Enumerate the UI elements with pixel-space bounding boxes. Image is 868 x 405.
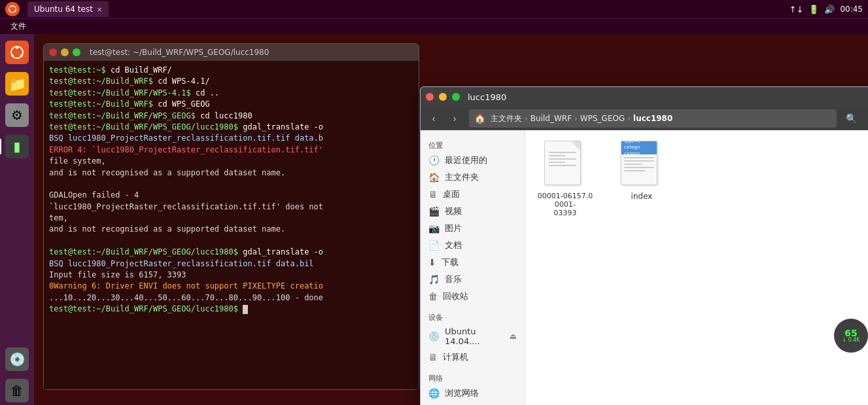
fm-sidebar-desktop-label: 桌面 — [443, 188, 460, 200]
fm-sidebar-browse-network[interactable]: 🌐 浏览网络 — [421, 385, 525, 402]
fm-file-label-index: index — [631, 192, 653, 201]
fm-forward-button[interactable]: › — [445, 109, 464, 128]
fm-sidebar-pictures[interactable]: 📷 图片 — [421, 220, 525, 237]
fm-index-header: type=c catego catego — [621, 141, 657, 154]
fm-maximize-button[interactable] — [452, 93, 460, 101]
fm-section-location: 位置 🕐 最近使用的 🏠 主文件夹 🖥 桌面 🎬 — [421, 135, 525, 308]
fm-back-button[interactable]: ‹ — [425, 109, 443, 128]
fm-sidebar-recent-label: 最近使用的 — [445, 154, 487, 166]
terminal-close-button[interactable] — [49, 48, 57, 56]
fm-sidebar-documents[interactable]: 📄 文档 — [421, 237, 525, 254]
terminal-line: 0Warning 6: Driver ENVI does not support… — [49, 281, 413, 292]
network-monitor-widget: 65 ↓ 0.4K — [834, 319, 868, 353]
index-body-line — [624, 164, 642, 165]
svg-point-5 — [16, 46, 18, 49]
network-icon[interactable]: ↑↓ — [790, 5, 804, 14]
terminal-tab[interactable]: Ubuntu 64 test × — [27, 1, 109, 17]
terminal-line: test@test:~/Build_WRF$ cd WPS-4.1/ — [49, 76, 413, 87]
fm-index-body — [621, 154, 657, 176]
fm-sidebar: 位置 🕐 最近使用的 🏠 主文件夹 🖥 桌面 🎬 — [421, 130, 525, 405]
network-browse-icon: 🌐 — [428, 388, 440, 398]
system-bar-right: ↑↓ 🔋 🔊 00:45 — [790, 0, 863, 18]
index-body-line — [624, 157, 654, 158]
fm-sidebar-music-label: 音乐 — [445, 273, 462, 285]
fm-bread-home[interactable]: 主文件夹 — [491, 113, 522, 124]
fm-minimize-button[interactable] — [439, 93, 447, 101]
fm-bread-build[interactable]: Build_WRF — [530, 114, 572, 123]
fm-sidebar-computer-label: 计算机 — [443, 351, 468, 363]
terminal-line: ERROR 4: `lucc1980_ProjectRaster_reclass… — [49, 145, 413, 156]
tab-label: Ubuntu 64 test — [34, 5, 93, 14]
terminal-window: test@test: ~/Build_WRF/WPS_GEOG/lucc1980… — [43, 43, 419, 390]
fm-section-header-devices: 设备 — [421, 310, 525, 324]
fm-home-icon[interactable]: 🏠 — [474, 113, 485, 124]
fm-sidebar-documents-label: 文档 — [445, 239, 462, 251]
svg-point-6 — [20, 54, 23, 57]
fm-sidebar-computer[interactable]: 🖥 计算机 — [421, 349, 525, 366]
fm-toolbar-right: 🔍 ≡ ⊞ — [842, 109, 868, 128]
terminal-line: test@test:~/Build_WRF$ cd WPS_GEOG — [49, 99, 413, 110]
fm-file-icon-index: type=c catego catego — [621, 141, 663, 188]
clock: 00:45 — [840, 5, 863, 14]
launcher-icon-trash[interactable]: 🗑 — [3, 376, 31, 405]
launcher-icon-terminal[interactable]: ▮ — [3, 132, 31, 161]
fm-file-item-data[interactable]: 00001-06157.00001-03393 — [536, 141, 595, 217]
fm-sidebar-ubuntu-disk[interactable]: 💿 Ubuntu 14.04.... ⏏ — [421, 324, 525, 349]
launcher-icon-settings[interactable]: ⚙ — [3, 101, 31, 130]
fm-sidebar-video-label: 视频 — [445, 205, 462, 217]
recent-icon: 🕐 — [428, 155, 440, 166]
file-page-lines — [545, 141, 580, 172]
pictures-icon: 📷 — [428, 223, 440, 234]
terminal-line: `lucc1980_ProjectRaster_reclassification… — [49, 202, 413, 213]
fm-sidebar-browse-label: 浏览网络 — [445, 387, 479, 399]
svg-point-3 — [9, 10, 10, 11]
terminal-line: tem, — [49, 213, 413, 224]
launcher-icon-dvd[interactable]: 💿 — [3, 345, 31, 374]
fm-section-header-location: 位置 — [421, 138, 525, 152]
index-body-line — [624, 170, 645, 171]
fm-breadcrumb: 🏠 主文件夹 › Build_WRF › WPS_GEOG › lucc1980 — [469, 109, 837, 128]
terminal-line: BSQ lucc1980_ProjectRaster_reclassificat… — [49, 133, 413, 144]
fm-titlebar: lucc1980 — [421, 87, 868, 107]
terminal-line — [49, 179, 413, 190]
terminal-body[interactable]: test@test:~$ cd Build_WRF/ test@test:~/B… — [44, 61, 419, 389]
netmon-sub: ↓ 0.4K — [842, 338, 859, 343]
terminal-titlebar: test@test: ~/Build_WRF/WPS_GEOG/lucc1980 — [44, 44, 419, 61]
ubuntu-logo-icon[interactable] — [5, 2, 20, 16]
fm-sidebar-music[interactable]: 🎵 音乐 — [421, 271, 525, 288]
terminal-maximize-button[interactable] — [73, 48, 80, 56]
terminal-line: test@test:~$ cd Build_WRF/ — [49, 65, 413, 76]
tab-close-button[interactable]: × — [97, 6, 102, 13]
battery-icon[interactable]: 🔋 — [808, 5, 819, 14]
fm-sidebar-home[interactable]: 🏠 主文件夹 — [421, 169, 525, 186]
fm-sidebar-recent[interactable]: 🕐 最近使用的 — [421, 152, 525, 169]
tab-bar: Ubuntu 64 test × — [27, 1, 109, 17]
launcher-icon-home[interactable] — [3, 38, 31, 67]
fm-sidebar-desktop[interactable]: 🖥 桌面 — [421, 186, 525, 203]
netmon-value: 65 — [844, 328, 857, 338]
menu-file[interactable]: 文件 — [5, 21, 31, 32]
file-line — [549, 158, 576, 160]
volume-icon[interactable]: 🔊 — [824, 5, 835, 14]
fm-toolbar: ‹ › 🏠 主文件夹 › Build_WRF › WPS_GEOG › lucc… — [421, 107, 868, 130]
fm-close-button[interactable] — [426, 93, 434, 101]
fm-bread-wps[interactable]: WPS_GEOG — [580, 114, 625, 123]
terminal-line: and is not recognised as a supported dat… — [49, 167, 413, 179]
fm-content: 位置 🕐 最近使用的 🏠 主文件夹 🖥 桌面 🎬 — [421, 130, 868, 405]
fm-sidebar-downloads[interactable]: ⬇ 下载 — [421, 254, 525, 271]
terminal-line: and is not recognised as a supported dat… — [49, 224, 413, 235]
fm-search-button[interactable]: 🔍 — [842, 109, 860, 128]
fm-bread-lucc[interactable]: lucc1980 — [633, 114, 672, 123]
terminal-minimize-button[interactable] — [61, 48, 69, 56]
fm-sidebar-downloads-label: 下载 — [442, 256, 459, 268]
fm-sidebar-trash[interactable]: 🗑 回收站 — [421, 288, 525, 305]
file-line — [549, 162, 565, 163]
fm-list-view-button[interactable]: ≡ — [861, 109, 868, 128]
terminal-line: file system, — [49, 156, 413, 167]
launcher-icon-files[interactable]: 📁 — [3, 69, 31, 98]
fm-section-header-network: 网络 — [421, 371, 525, 385]
fm-sidebar-video[interactable]: 🎬 视频 — [421, 203, 525, 220]
eject-icon[interactable]: ⏏ — [510, 332, 517, 341]
fm-sidebar-trash-label: 回收站 — [443, 291, 468, 302]
fm-file-item-index[interactable]: type=c catego catego — [621, 141, 663, 201]
